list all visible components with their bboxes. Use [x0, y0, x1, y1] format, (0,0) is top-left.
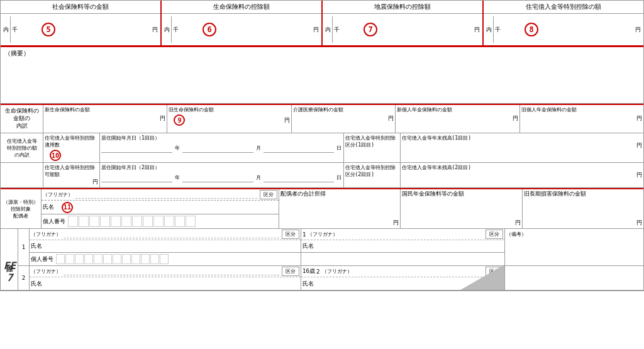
dep1-right: 1 （フリガナ） 区分 氏名 [301, 229, 505, 265]
circle-11: 11 [62, 202, 73, 213]
new-life-cell: 新生命保険料の金額 円 [43, 105, 167, 133]
id-cell-4[interactable] [100, 216, 110, 227]
dep1-id-cell-7[interactable] [113, 254, 121, 264]
old-pension-yen: 円 [636, 114, 642, 123]
dependent-row-2: 2 （フリガナ） 区分 氏名 16歳 [18, 266, 643, 290]
dep1-id-cell-11[interactable] [150, 254, 159, 264]
housing-start-date-1: 居住開始年月日（1回目） 年 月 日 [100, 133, 344, 162]
pension-label: 国民年金保険料等の金額 [402, 191, 520, 198]
id-cell-9[interactable] [153, 216, 164, 227]
old-damage-insurance: 旧長期損害保険料の金額 円 [523, 189, 643, 228]
triangle-decoration [460, 265, 504, 290]
earthquake-insurance-cell: 地震保険料の控除額 内 千 7 円 [322, 1, 483, 46]
dep1-biko: （備考） [505, 229, 643, 265]
housing-kubun-1: 住宅借入金等特別控除区分(1回目) [344, 133, 401, 162]
life-insurance-detail-row: 生命保険料の 金額の 内訳 新生命保険料の金額 円 旧生命保険料の金額 9 円 [1, 104, 643, 133]
id-cell-5[interactable] [111, 216, 121, 227]
nai-label-2: 内 [164, 26, 170, 34]
spouse-content: （フリガナ） 区分 氏名 11 個人番号 [42, 189, 279, 228]
housing-label-spacer [1, 163, 43, 187]
life-detail-content: 新生命保険料の金額 円 旧生命保険料の金額 9 円 介護医療保険料の金額 円 [43, 105, 643, 133]
sen-label-3: 千 [334, 26, 340, 34]
dep1-id-cell-4[interactable] [84, 254, 93, 264]
housing-kubun-2: 住宅借入金等特別控除区分(2回目) [344, 163, 401, 187]
life-insurance-deduction-cell: 生命保険料の控除額 内 千 6 円 [161, 1, 322, 46]
summary-section: （摘要） [1, 47, 643, 104]
dep1-id-cell-9[interactable] [131, 254, 140, 264]
dep2-age-col2: 16歳 2 （フリガナ） 区分 氏名 [301, 266, 505, 290]
spouse-income: 配偶者の合計所得 円 [279, 189, 401, 228]
housing-label: 住宅借入金等 特別控除の額 の内訳 [1, 133, 43, 162]
new-life-yen: 円 [160, 114, 165, 123]
id-cell-7[interactable] [132, 216, 142, 227]
id-cell-12[interactable] [186, 216, 196, 227]
circle-9: 9 [174, 114, 185, 126]
dep1-id-cell-1[interactable] [56, 254, 65, 264]
housing-row-1: 住宅借入金等 特別控除の額 の内訳 住宅借入金等特別控除適用数 10 居住開始年… [1, 133, 643, 163]
dep1-id-cell-6[interactable] [103, 254, 112, 264]
nai-label-3: 内 [325, 26, 331, 34]
dep1-id-cell-12[interactable] [160, 254, 169, 264]
housing-possible-amount: 住宅借入金等特別控除可能額 円 [43, 163, 100, 187]
id-cell-10[interactable] [164, 216, 174, 227]
dep1-num: 1 [18, 229, 30, 265]
spouse-kubun: 区分 [260, 190, 277, 199]
earthquake-insurance-header: 地震保険料の控除額 [323, 1, 482, 14]
nursing-cell: 介護医療保険料の金額 円 [292, 105, 396, 133]
housing-loan-deduction-header: 住宅借入金等特別控除の額 [484, 1, 643, 14]
id-cell-11[interactable] [175, 216, 185, 227]
new-pension-label: 新個人年金保険料の金額 [397, 106, 518, 113]
circle-8: 8 [525, 23, 538, 36]
spouse-section: （源泉・特別） 控除対象 配偶者 （フリガナ） 区分 氏名 11 個人番号 [1, 188, 643, 229]
life-detail-label: 生命保険料の 金額の 内訳 [1, 105, 43, 133]
sen-label-4: 千 [495, 26, 501, 34]
social-insurance-header: 社会保険料等の金額 [1, 1, 160, 14]
spouse-label: （源泉・特別） 控除対象 配偶者 [1, 189, 42, 228]
new-pension-cell: 新個人年金保険料の金額 円 [396, 105, 519, 133]
circle-6: 6 [203, 23, 216, 36]
spouse-furigana-label: （フリガナ） [43, 191, 73, 198]
fe7-label: FE 7 [2, 260, 18, 284]
dep1-id-cell-3[interactable] [75, 254, 84, 264]
yen-label-2: 円 [313, 26, 319, 34]
old-pension-label: 旧個人年金保険料の金額 [521, 106, 642, 113]
new-pension-yen: 円 [513, 114, 518, 123]
housing-balance-2: 住宅借入金等年末残高(2回目) 円 [401, 163, 644, 187]
nursing-label: 介護医療保険料の金額 [293, 106, 394, 113]
housing-balance-1: 住宅借入金等年末残高(1回目) 円 [401, 133, 644, 162]
old-pension-cell: 旧個人年金保険料の金額 円 [520, 105, 643, 133]
nursing-yen: 円 [388, 114, 394, 123]
old-life-yen: 円 [284, 116, 290, 125]
circle-7: 7 [364, 23, 377, 36]
spouse-name-label: 氏名 [43, 203, 54, 211]
dep1-id-cell-2[interactable] [65, 254, 74, 264]
old-life-label: 旧生命保険料の金額 [169, 106, 289, 113]
housing-start-date-2: 居住開始年月日（2回目） 年 月 日 [100, 163, 344, 187]
social-insurance-cell: 社会保険料等の金額 内 千 5 円 [1, 1, 161, 46]
spouse-name-row: 氏名 11 [42, 201, 279, 214]
tax-form: 社会保険料等の金額 内 千 5 円 生命保険料の控除額 内 千 6 円 地震保険… [0, 0, 644, 291]
insurance-top-row: 社会保険料等の金額 内 千 5 円 生命保険料の控除額 内 千 6 円 地震保険… [1, 1, 643, 47]
housing-apply-count: 住宅借入金等特別控除適用数 10 [43, 133, 100, 162]
id-cell-6[interactable] [121, 216, 131, 227]
old-life-cell: 旧生命保険料の金額 9 円 [167, 105, 291, 133]
dep2-num: 2 [18, 266, 30, 290]
dep1-id-cell-10[interactable] [141, 254, 150, 264]
dep1-id-cell-5[interactable] [94, 254, 103, 264]
id-cell-2[interactable] [79, 216, 89, 227]
spouse-id-label: 個人番号 [43, 218, 65, 226]
dep2-biko [505, 266, 643, 290]
dependent-rows: 1 （フリガナ） 区分 氏名 個人番号 [18, 229, 643, 290]
spouse-furigana-row: （フリガナ） 区分 [42, 189, 279, 201]
id-cell-8[interactable] [143, 216, 153, 227]
dep1-id-cell-8[interactable] [122, 254, 131, 264]
sen-label-2: 千 [173, 26, 179, 34]
housing-loan-deduction-cell: 住宅借入金等特別控除の額 内 千 8 円 [483, 1, 643, 46]
id-cell-3[interactable] [89, 216, 99, 227]
yen-label-1: 円 [152, 26, 158, 34]
spouse-id-row: 個人番号 [42, 214, 279, 228]
dependents-section: 控除 FE 7 1 （フリガナ） 区分 氏名 [1, 229, 643, 291]
nai-label: 内 [3, 26, 9, 34]
id-cell-1[interactable] [68, 216, 78, 227]
circle-10: 10 [50, 150, 61, 161]
